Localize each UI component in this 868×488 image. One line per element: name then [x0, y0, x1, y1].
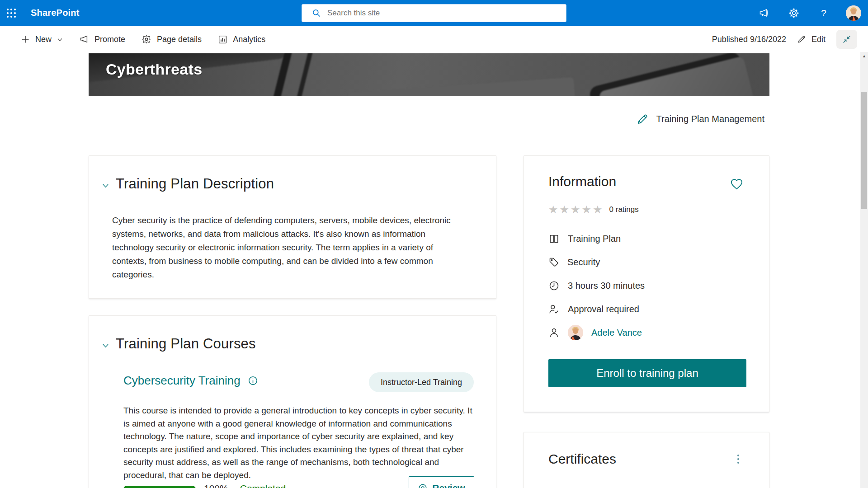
- collapse-header-button[interactable]: [836, 30, 857, 49]
- star-icons: ★★★★★: [548, 204, 604, 215]
- collapse-section-button[interactable]: [102, 182, 109, 189]
- chevron-down-icon: [57, 37, 63, 42]
- info-row-label: Security: [567, 257, 600, 267]
- search-icon: [312, 9, 321, 18]
- ratings-count: 0 ratings: [609, 205, 639, 214]
- kebab-icon: [737, 455, 739, 456]
- person-check-icon: [548, 304, 560, 315]
- rating-control[interactable]: ★★★★★ 0 ratings: [524, 191, 769, 215]
- question-mark-icon: ?: [821, 8, 826, 19]
- page-details-label: Page details: [157, 35, 202, 44]
- training-plan-management-label: Training Plan Management: [656, 114, 764, 124]
- plus-icon: [21, 35, 30, 44]
- analytics-button[interactable]: Analytics: [218, 35, 265, 44]
- person-icon: [548, 327, 560, 338]
- promote-label: Promote: [94, 35, 125, 44]
- more-options-button[interactable]: [736, 453, 741, 465]
- chevron-down-icon: [102, 342, 109, 349]
- analytics-label: Analytics: [233, 35, 265, 44]
- review-button[interactable]: Review: [409, 476, 474, 488]
- gear-icon: [142, 34, 151, 44]
- collapse-arrows-icon: [842, 34, 852, 44]
- info-row-owner: Adele Vance: [548, 321, 769, 344]
- sharepoint-page: SharePoint: [0, 0, 868, 488]
- gear-icon: [788, 8, 799, 19]
- bar-chart-icon: [218, 35, 227, 44]
- megaphone-icon: [79, 34, 89, 44]
- book-icon: [548, 233, 560, 244]
- information-card: Information ★★★★★ 0 ratings Training Pla…: [524, 155, 769, 412]
- scrollbar-thumb[interactable]: [861, 92, 867, 209]
- new-button[interactable]: New: [21, 35, 63, 44]
- edit-button[interactable]: Edit: [797, 35, 826, 44]
- certificates-title: Certificates: [548, 451, 616, 467]
- owner-avatar[interactable]: [568, 325, 583, 340]
- info-row-approval: Approval required: [548, 297, 769, 321]
- info-row-type: Training Plan: [548, 227, 769, 250]
- app-title[interactable]: SharePoint: [31, 8, 80, 18]
- site-search[interactable]: [302, 4, 566, 22]
- edit-label: Edit: [811, 35, 826, 44]
- app-launcher-button[interactable]: [0, 0, 23, 26]
- info-row-label: Approval required: [568, 304, 639, 314]
- hero-banner: Cyberthreats: [89, 53, 769, 96]
- course-progress-row: 100% Completed: [123, 480, 286, 488]
- info-row-label: 3 hours 30 minutes: [568, 281, 645, 291]
- section-title: Training Plan Courses: [116, 336, 256, 352]
- section-title: Training Plan Description: [116, 176, 274, 192]
- favorite-button[interactable]: [730, 178, 744, 191]
- chevron-down-icon: [102, 182, 109, 189]
- new-label: New: [35, 35, 52, 44]
- megaphone-icon: [759, 8, 769, 19]
- pencil-icon: [637, 113, 649, 125]
- course-description: This course is intended to provide a gen…: [123, 404, 474, 482]
- training-plan-management-link[interactable]: Training Plan Management: [637, 113, 764, 125]
- collapse-section-button[interactable]: [102, 342, 109, 349]
- description-text: Cyber security is the practice of defend…: [112, 214, 469, 282]
- info-row-duration: 3 hours 30 minutes: [548, 274, 769, 297]
- clock-icon: [548, 280, 560, 291]
- announcements-button[interactable]: [756, 5, 772, 21]
- published-status: Published 9/16/2022: [712, 35, 786, 44]
- info-row-category: Security: [548, 250, 769, 274]
- vertical-scrollbar[interactable]: ▲: [860, 52, 868, 488]
- suite-bar: SharePoint: [0, 0, 868, 26]
- user-avatar: [846, 5, 861, 21]
- information-title: Information: [548, 174, 616, 189]
- settings-button[interactable]: [786, 5, 802, 21]
- command-bar-right: Published 9/16/2022 Edit: [712, 26, 857, 53]
- help-button[interactable]: ?: [816, 5, 832, 21]
- command-bar: New Promote Page details: [0, 26, 868, 53]
- tag-icon: [548, 257, 559, 267]
- training-plan-description-card: Training Plan Description Cyber security…: [89, 155, 496, 299]
- page-details-button[interactable]: Page details: [142, 34, 202, 44]
- course-title-link[interactable]: Cybersecurity Training: [123, 374, 241, 388]
- waffle-icon: [6, 8, 17, 19]
- command-bar-left: New Promote Page details: [0, 34, 265, 44]
- scroll-up-arrow[interactable]: ▲: [860, 52, 868, 60]
- progress-bar: [123, 486, 196, 488]
- enroll-button[interactable]: Enroll to training plan: [548, 359, 746, 387]
- training-plan-courses-card: Training Plan Courses Cybersecurity Trai…: [89, 315, 496, 488]
- page-title: Cyberthreats: [106, 61, 202, 78]
- search-input[interactable]: [327, 9, 566, 18]
- info-row-label: Training Plan: [568, 234, 621, 244]
- owner-link[interactable]: Adele Vance: [591, 328, 642, 338]
- account-button[interactable]: [845, 5, 862, 21]
- review-label: Review: [432, 483, 465, 488]
- progress-percent: 100%: [204, 483, 228, 488]
- certificates-card: Certificates: [524, 432, 769, 488]
- promote-button[interactable]: Promote: [79, 34, 125, 44]
- review-icon: [418, 483, 428, 488]
- course-type-badge: Instructor-Led Training: [369, 372, 474, 392]
- heart-icon: [730, 178, 744, 191]
- pencil-icon: [797, 35, 806, 44]
- info-icon[interactable]: [248, 375, 258, 386]
- suite-right-actions: ?: [756, 0, 868, 26]
- status-badge: Completed: [240, 483, 286, 488]
